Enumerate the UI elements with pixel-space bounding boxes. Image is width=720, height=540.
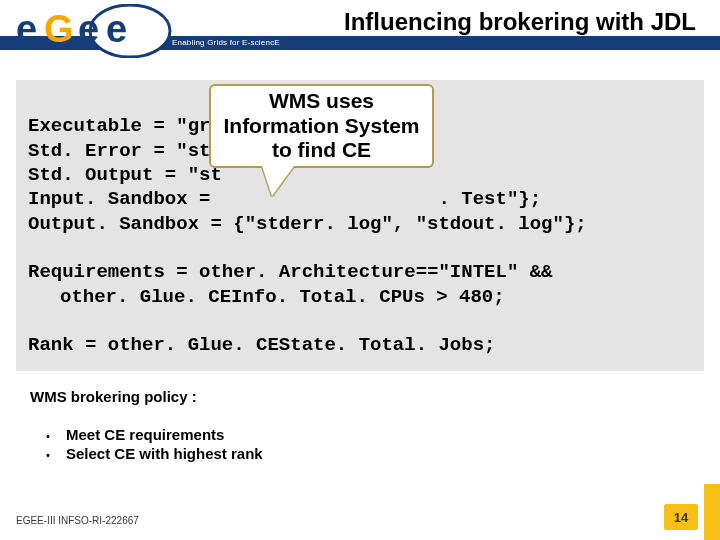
corner-accent <box>704 484 720 540</box>
slide-header: Enabling Grids for E-sciencE e G e e Inf… <box>0 0 720 66</box>
callout-tail <box>262 166 294 196</box>
policy-bullets: • Meet CE requirements • Select CE with … <box>30 426 263 464</box>
slide-title: Influencing brokering with JDL <box>344 8 696 36</box>
code-line: Output. Sandbox = {"stderr. log", "stdou… <box>28 213 587 235</box>
callout-line: Information System <box>223 114 419 139</box>
policy-heading: WMS brokering policy : <box>30 388 197 405</box>
svg-text:e: e <box>78 8 99 50</box>
code-line: Std. Error = "std <box>28 140 222 162</box>
tagline: Enabling Grids for E-sciencE <box>172 38 280 47</box>
code-line: Std. Output = "st <box>28 164 222 186</box>
svg-text:G: G <box>44 8 74 50</box>
bullet-icon: • <box>30 431 66 442</box>
bullet-row: • Select CE with highest rank <box>30 445 263 462</box>
callout-line: to find CE <box>223 138 419 163</box>
bullet-row: • Meet CE requirements <box>30 426 263 443</box>
code-box: Executable = "grid. Test"; Std. Error = … <box>16 80 704 371</box>
code-line: Rank = other. Glue. CEState. Total. Jobs… <box>28 334 495 356</box>
egee-logo: e G e e <box>12 4 172 58</box>
callout-box: WMS uses Information System to find CE <box>209 84 434 168</box>
svg-point-0 <box>90 5 170 57</box>
bullet-icon: • <box>30 450 66 461</box>
bullet-text: Meet CE requirements <box>66 426 224 443</box>
footer-id: EGEE-III INFSO-RI-222667 <box>16 515 139 526</box>
svg-text:e: e <box>106 8 127 50</box>
code-line: other. Glue. CEInfo. Total. CPUs > 480; <box>28 285 692 309</box>
page-number: 14 <box>664 504 698 530</box>
bullet-text: Select CE with highest rank <box>66 445 263 462</box>
callout-line: WMS uses <box>223 89 419 114</box>
code-line: Requirements = other. Architecture=="INT… <box>28 261 553 283</box>
svg-text:e: e <box>16 8 37 50</box>
